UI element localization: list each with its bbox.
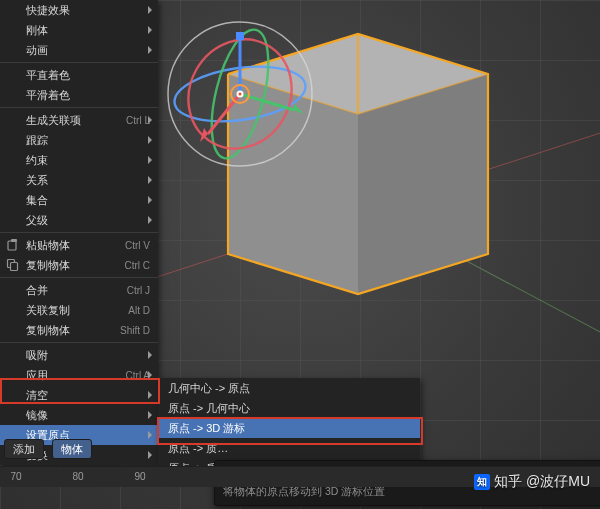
label: 几何中心 -> 原点: [168, 381, 250, 396]
separator: [0, 232, 158, 233]
label: 生成关联项: [26, 113, 81, 128]
label: 清空: [26, 388, 48, 403]
label: 跟踪: [26, 133, 48, 148]
label: 关系: [26, 173, 48, 188]
label: 复制物体: [26, 258, 70, 273]
menu-relations[interactable]: 关系: [0, 170, 158, 190]
shortcut: Ctrl J: [127, 285, 150, 296]
menu-quick-effects[interactable]: 快捷效果: [0, 0, 158, 20]
svg-rect-23: [11, 263, 18, 271]
object-context-menu: 快捷效果 刚体 动画 平直着色 平滑着色 生成关联项Ctrl L 跟踪 约束 关…: [0, 0, 158, 465]
ruler-label: 80: [72, 471, 83, 482]
label: 原点 -> 几何中心: [168, 401, 250, 416]
shortcut: Alt D: [128, 305, 150, 316]
ruler-label: 70: [10, 471, 21, 482]
separator: [0, 342, 158, 343]
menu-snap[interactable]: 吸附: [0, 345, 158, 365]
watermark-site: 知乎: [494, 473, 522, 491]
menu-apply[interactable]: 应用Ctrl A: [0, 365, 158, 385]
separator: [0, 107, 158, 108]
submenu-geom-to-origin[interactable]: 几何中心 -> 原点: [158, 378, 420, 398]
zhihu-icon: 知: [474, 474, 490, 490]
label: 动画: [26, 43, 48, 58]
menu-rigid-body[interactable]: 刚体: [0, 20, 158, 40]
shortcut: Ctrl V: [125, 240, 150, 251]
header-toolbar: 添加 物体: [0, 438, 92, 460]
label: 原点 -> 3D 游标: [168, 421, 245, 436]
label: 原点 -> 质…: [168, 441, 228, 456]
menu-mirror[interactable]: 镜像: [0, 405, 158, 425]
label: 父级: [26, 213, 48, 228]
rotation-gizmo[interactable]: [160, 14, 320, 174]
label: 刚体: [26, 23, 48, 38]
submenu-origin-to-mass-surface[interactable]: 原点 -> 质…: [158, 438, 420, 458]
menu-constraints[interactable]: 约束: [0, 150, 158, 170]
label: 吸附: [26, 348, 48, 363]
label: 快捷效果: [26, 3, 70, 18]
label: 合并: [26, 283, 48, 298]
menu-animation[interactable]: 动画: [0, 40, 158, 60]
label: 关联复制: [26, 303, 70, 318]
shortcut: Ctrl A: [126, 370, 150, 381]
svg-marker-14: [294, 104, 304, 114]
shortcut: Shift D: [120, 325, 150, 336]
menu-track[interactable]: 跟踪: [0, 130, 158, 150]
menu-shade-smooth[interactable]: 平滑着色: [0, 85, 158, 105]
menu-duplicate-linked[interactable]: 关联复制Alt D: [0, 300, 158, 320]
label: 复制物体: [26, 323, 70, 338]
ruler-label: 90: [134, 471, 145, 482]
menu-clear[interactable]: 清空: [0, 385, 158, 405]
watermark-author: @波仔MU: [526, 473, 590, 491]
shortcut: Ctrl C: [124, 260, 150, 271]
menu-make-links[interactable]: 生成关联项Ctrl L: [0, 110, 158, 130]
label: 粘贴物体: [26, 238, 70, 253]
menu-copy[interactable]: 复制物体Ctrl C: [0, 255, 158, 275]
copy-icon: [6, 258, 20, 272]
paste-icon: [6, 238, 20, 252]
label: 约束: [26, 153, 48, 168]
object-menu[interactable]: 物体: [52, 439, 92, 459]
svg-rect-12: [236, 32, 244, 40]
separator: [0, 62, 158, 63]
label: 平滑着色: [26, 88, 70, 103]
submenu-origin-to-cursor[interactable]: 原点 -> 3D 游标: [158, 418, 420, 438]
menu-join[interactable]: 合并Ctrl J: [0, 280, 158, 300]
label: 添加: [13, 443, 35, 455]
watermark: 知 知乎 @波仔MU: [474, 473, 590, 491]
menu-shade-flat[interactable]: 平直着色: [0, 65, 158, 85]
label: 集合: [26, 193, 48, 208]
label: 物体: [61, 443, 83, 455]
menu-collection[interactable]: 集合: [0, 190, 158, 210]
svg-rect-21: [11, 239, 17, 242]
label: 应用: [26, 368, 48, 383]
menu-parent[interactable]: 父级: [0, 210, 158, 230]
submenu-origin-to-geom[interactable]: 原点 -> 几何中心: [158, 398, 420, 418]
label: 镜像: [26, 408, 48, 423]
menu-paste[interactable]: 粘贴物体Ctrl V: [0, 235, 158, 255]
add-menu[interactable]: 添加: [4, 439, 44, 459]
svg-rect-20: [8, 241, 16, 250]
shortcut: Ctrl L: [126, 115, 150, 126]
svg-point-19: [239, 93, 242, 96]
separator: [0, 277, 158, 278]
menu-duplicate[interactable]: 复制物体Shift D: [0, 320, 158, 340]
label: 平直着色: [26, 68, 70, 83]
